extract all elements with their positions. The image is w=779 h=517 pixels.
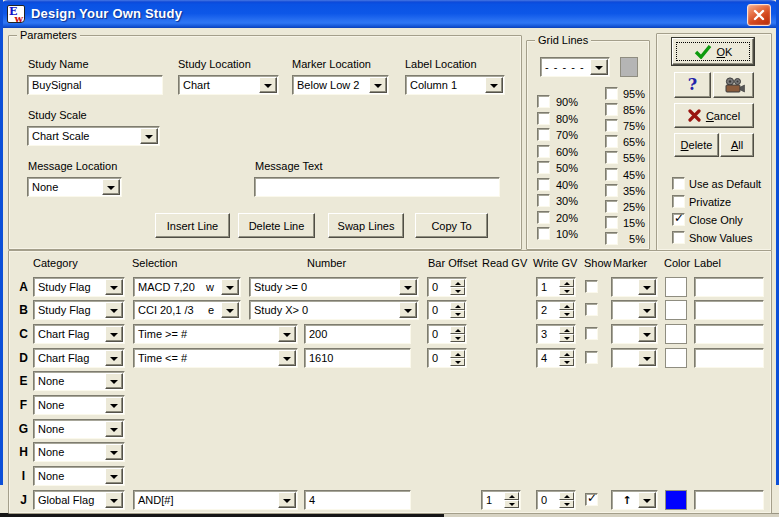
close-only-checkbox[interactable]: ✓ <box>672 213 685 226</box>
gridline-80-checkbox[interactable] <box>537 112 550 125</box>
row-c-show-checkbox[interactable] <box>585 327 598 340</box>
row-j-color-swatch[interactable] <box>665 490 687 510</box>
show-values-checkbox[interactable] <box>672 231 685 244</box>
dropdown-arrow-button[interactable] <box>105 326 123 342</box>
row-e-category-select[interactable]: None <box>33 371 125 391</box>
dropdown-arrow-button[interactable] <box>638 302 656 318</box>
row-b-marker-select[interactable] <box>611 300 658 320</box>
spin-down-button[interactable] <box>450 287 465 295</box>
row-c-bar-offset-spinner[interactable]: 0 <box>427 324 467 344</box>
spin-down-button[interactable] <box>450 334 465 342</box>
row-a-color-swatch[interactable] <box>665 277 687 297</box>
row-c-marker-select[interactable] <box>611 324 658 344</box>
gridline-25-checkbox[interactable] <box>605 200 618 213</box>
dropdown-arrow-button[interactable] <box>105 350 123 366</box>
spin-up-button[interactable] <box>559 302 574 310</box>
row-d-write-gv-spinner[interactable]: 4 <box>536 348 576 368</box>
dropdown-arrow-button[interactable] <box>105 421 123 437</box>
dropdown-arrow-button[interactable] <box>105 444 123 460</box>
row-d-category-select[interactable]: Chart Flag <box>33 348 125 368</box>
spin-down-button[interactable] <box>450 310 465 318</box>
row-d-label-input[interactable] <box>694 348 764 368</box>
row-c-write-gv-spinner[interactable]: 3 <box>536 324 576 344</box>
dropdown-arrow-button[interactable] <box>638 492 656 508</box>
row-d-number-input[interactable]: 1610 <box>304 348 411 368</box>
gridline-35-checkbox[interactable] <box>605 184 618 197</box>
row-a-selection-select[interactable]: MACD 7,20w <box>133 277 241 297</box>
use-as-default-checkbox[interactable] <box>672 177 685 190</box>
spin-up-button[interactable] <box>559 326 574 334</box>
spin-up-button[interactable] <box>559 492 574 500</box>
dropdown-arrow-button[interactable] <box>221 279 239 295</box>
spin-up-button[interactable] <box>450 350 465 358</box>
gridline-40-checkbox[interactable] <box>537 178 550 191</box>
dropdown-arrow-button[interactable] <box>278 350 296 366</box>
row-j-selection-select[interactable]: AND[#] <box>133 490 298 510</box>
row-b-selection-select[interactable]: CCI 20,1 /3e <box>133 300 241 320</box>
dropdown-arrow-button[interactable] <box>105 397 123 413</box>
dropdown-arrow-button[interactable] <box>278 326 296 342</box>
row-j-number-input[interactable]: 4 <box>304 490 411 510</box>
spin-down-button[interactable] <box>559 310 574 318</box>
row-c-number-input[interactable]: 200 <box>304 324 411 344</box>
row-d-selection-select[interactable]: Time <= # <box>133 348 298 368</box>
row-a-show-checkbox[interactable] <box>585 280 598 293</box>
dropdown-arrow-button[interactable] <box>399 279 417 295</box>
spin-up-button[interactable] <box>450 279 465 287</box>
gridline-95-checkbox[interactable] <box>605 87 618 100</box>
spin-up-button[interactable] <box>450 326 465 334</box>
gridline-5-checkbox[interactable] <box>605 232 618 245</box>
row-a-write-gv-spinner[interactable]: 1 <box>536 277 576 297</box>
spin-up-button[interactable] <box>559 279 574 287</box>
dropdown-arrow-button[interactable] <box>105 373 123 389</box>
spin-down-button[interactable] <box>559 500 574 508</box>
gridline-75-checkbox[interactable] <box>605 119 618 132</box>
row-j-category-select[interactable]: Global Flag <box>33 490 125 510</box>
row-c-color-swatch[interactable] <box>665 324 687 344</box>
gridline-65-checkbox[interactable] <box>605 135 618 148</box>
row-b-category-select[interactable]: Study Flag <box>33 300 125 320</box>
row-d-marker-select[interactable] <box>611 348 658 368</box>
dropdown-arrow-button[interactable] <box>638 326 656 342</box>
row-h-category-select[interactable]: None <box>33 442 125 462</box>
row-b-show-checkbox[interactable] <box>585 303 598 316</box>
row-a-label-input[interactable] <box>694 277 764 297</box>
spin-up-button[interactable] <box>504 492 519 500</box>
row-b-write-gv-spinner[interactable]: 2 <box>536 300 576 320</box>
spin-up-button[interactable] <box>450 302 465 310</box>
row-c-category-select[interactable]: Chart Flag <box>33 324 125 344</box>
spin-down-button[interactable] <box>504 500 519 508</box>
spin-up-button[interactable] <box>559 350 574 358</box>
privatize-checkbox[interactable] <box>672 195 685 208</box>
row-c-label-input[interactable] <box>694 324 764 344</box>
row-j-label-input[interactable] <box>694 490 764 510</box>
gridline-10-checkbox[interactable] <box>537 227 550 240</box>
row-a-marker-select[interactable] <box>611 277 658 297</box>
row-d-show-checkbox[interactable] <box>585 351 598 364</box>
row-j-marker-select[interactable]: ↑ <box>611 490 658 510</box>
row-b-bar-offset-spinner[interactable]: 0 <box>427 300 467 320</box>
dropdown-arrow-button[interactable] <box>278 492 296 508</box>
row-b-number-select[interactable]: Study X> 0 <box>249 300 419 320</box>
row-c-selection-select[interactable]: Time >= # <box>133 324 298 344</box>
spin-down-button[interactable] <box>559 287 574 295</box>
dropdown-arrow-button[interactable] <box>221 302 239 318</box>
gridline-30-checkbox[interactable] <box>537 194 550 207</box>
row-b-label-input[interactable] <box>694 300 764 320</box>
gridline-15-checkbox[interactable] <box>605 216 618 229</box>
dropdown-arrow-button[interactable] <box>105 302 123 318</box>
row-j-show-checkbox[interactable]: ✓ <box>585 493 598 506</box>
gridline-55-checkbox[interactable] <box>605 151 618 164</box>
row-a-category-select[interactable]: Study Flag <box>33 277 125 297</box>
dropdown-arrow-button[interactable] <box>105 279 123 295</box>
dropdown-arrow-button[interactable] <box>399 302 417 318</box>
gridline-20-checkbox[interactable] <box>537 211 550 224</box>
gridline-50-checkbox[interactable] <box>537 161 550 174</box>
dropdown-arrow-button[interactable] <box>105 492 123 508</box>
gridline-90-checkbox[interactable] <box>537 95 550 108</box>
dropdown-arrow-button[interactable] <box>638 279 656 295</box>
spin-down-button[interactable] <box>450 358 465 366</box>
row-d-bar-offset-spinner[interactable]: 0 <box>427 348 467 368</box>
row-g-category-select[interactable]: None <box>33 419 125 439</box>
row-j-write-gv-spinner[interactable]: 0 <box>536 490 576 510</box>
